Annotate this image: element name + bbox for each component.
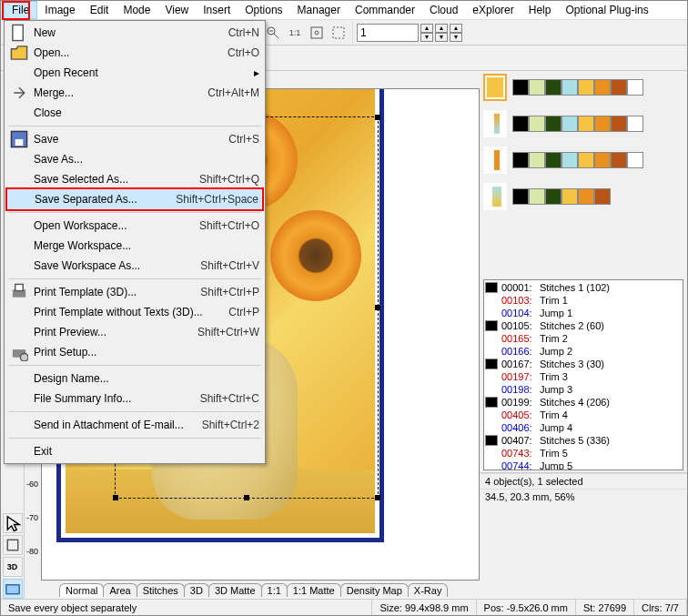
zoom-out-button[interactable] bbox=[263, 23, 283, 43]
color-swatch[interactable] bbox=[562, 152, 578, 168]
zoom-11-button[interactable]: 1:1 bbox=[285, 23, 305, 43]
mi-design-name[interactable]: Design Name... bbox=[6, 369, 263, 389]
mi-save[interactable]: SaveCtrl+S bbox=[6, 129, 263, 149]
stitch-entry[interactable]: 00198: Jump 3 bbox=[485, 383, 682, 396]
menu-mode[interactable]: Mode bbox=[116, 2, 157, 18]
mi-saveas[interactable]: Save As... bbox=[6, 149, 263, 169]
menu-file[interactable]: File bbox=[4, 1, 37, 19]
mi-save-workspace[interactable]: Save Workspace As...Shift+Ctrl+V bbox=[6, 256, 263, 276]
tab-density[interactable]: Density Map bbox=[340, 583, 409, 597]
mi-send-email[interactable]: Send in Attachment of E-mail...Shift+Ctr… bbox=[6, 415, 263, 435]
color-swatch[interactable] bbox=[627, 152, 643, 168]
color-swatch[interactable] bbox=[512, 79, 529, 96]
hand-tool[interactable] bbox=[3, 535, 23, 555]
tab-xray[interactable]: X-Ray bbox=[408, 583, 449, 597]
mi-save-selected[interactable]: Save Selected As...Shift+Ctrl+Q bbox=[6, 169, 263, 189]
color-swatch[interactable] bbox=[562, 188, 578, 205]
tab-normal[interactable]: Normal bbox=[59, 583, 104, 597]
color-swatch[interactable] bbox=[611, 116, 627, 132]
spinner2[interactable]: ▲▼ bbox=[435, 24, 448, 42]
stitch-entry[interactable]: 00407: Stitches 5 (336) bbox=[485, 434, 682, 447]
menu-insert[interactable]: Insert bbox=[196, 2, 238, 18]
spinner-up[interactable]: ▲ bbox=[420, 24, 433, 33]
tab-3dmatte[interactable]: 3D Matte bbox=[208, 583, 262, 597]
color-swatch[interactable] bbox=[562, 116, 578, 132]
menu-cloud[interactable]: Cloud bbox=[422, 2, 465, 18]
mi-close[interactable]: Close bbox=[6, 103, 263, 123]
stitch-entry[interactable]: 00105: Stitches 2 (60) bbox=[485, 319, 682, 332]
menu-manager[interactable]: Manager bbox=[290, 2, 348, 18]
menu-explorer[interactable]: eXplorer bbox=[465, 2, 521, 18]
thumb-row-0[interactable] bbox=[480, 72, 687, 103]
color-swatch[interactable] bbox=[512, 152, 529, 168]
stitches-list[interactable]: 00001: Stitches 1 (102)00103: Trim 10010… bbox=[483, 279, 683, 470]
color-swatch[interactable] bbox=[594, 188, 611, 205]
color-swatch[interactable] bbox=[627, 116, 643, 132]
color-swatch[interactable] bbox=[545, 116, 562, 132]
tab-11matte[interactable]: 1:1 Matte bbox=[287, 583, 341, 597]
stitch-entry[interactable]: 00001: Stitches 1 (102) bbox=[485, 281, 682, 294]
thumbnail-3[interactable] bbox=[483, 183, 507, 210]
color-swatch[interactable] bbox=[529, 152, 545, 168]
mi-file-summary[interactable]: File Summary Info...Shift+Ctrl+C bbox=[6, 389, 263, 409]
color-swatch[interactable] bbox=[627, 79, 643, 96]
mi-save-separated[interactable]: Save Separated As...Shift+Ctrl+Space bbox=[7, 189, 262, 209]
stitch-entry[interactable]: 00167: Stitches 3 (30) bbox=[485, 358, 682, 370]
mi-open[interactable]: Open...Ctrl+O bbox=[6, 43, 263, 63]
color-swatch[interactable] bbox=[545, 79, 562, 96]
color-swatch[interactable] bbox=[529, 79, 545, 96]
color-swatch[interactable] bbox=[594, 152, 611, 168]
color-swatch[interactable] bbox=[594, 79, 611, 96]
color-swatch[interactable] bbox=[578, 116, 594, 132]
stitch-entry[interactable]: 00744: Jump 5 bbox=[485, 459, 682, 470]
stitch-entry[interactable]: 00104: Jump 1 bbox=[485, 307, 682, 319]
mi-exit[interactable]: Exit bbox=[6, 441, 263, 461]
mi-print-preview[interactable]: Print Preview...Shift+Ctrl+W bbox=[6, 322, 263, 342]
color-swatch[interactable] bbox=[578, 79, 594, 96]
stitch-entry[interactable]: 00405: Trim 4 bbox=[485, 409, 682, 421]
mi-open-recent[interactable]: Open Recent▸ bbox=[6, 63, 263, 83]
mi-print-template[interactable]: Print Template (3D)...Shift+Ctrl+P bbox=[6, 282, 263, 302]
menu-commander[interactable]: Commander bbox=[348, 2, 422, 18]
stitch-entry[interactable]: 00743: Trim 5 bbox=[485, 447, 682, 459]
tab-stitches[interactable]: Stitches bbox=[137, 583, 185, 597]
thumb-row-1[interactable] bbox=[480, 108, 687, 139]
menu-view[interactable]: View bbox=[157, 2, 196, 18]
mi-new[interactable]: NewCtrl+N bbox=[6, 23, 263, 43]
menu-options[interactable]: Options bbox=[238, 2, 289, 18]
3d-tool[interactable]: 3D bbox=[3, 557, 23, 577]
spinner[interactable]: ▲▼ bbox=[420, 24, 433, 42]
zoom-fit-button[interactable] bbox=[307, 23, 327, 43]
color-swatch[interactable] bbox=[578, 188, 594, 205]
stitch-entry[interactable]: 00103: Trim 1 bbox=[485, 294, 682, 307]
mi-merge[interactable]: Merge...Ctrl+Alt+M bbox=[6, 83, 263, 103]
thumb-row-2[interactable] bbox=[480, 145, 687, 176]
zoom-sel-button[interactable] bbox=[329, 23, 349, 43]
tab-11[interactable]: 1:1 bbox=[261, 583, 288, 597]
menu-edit[interactable]: Edit bbox=[83, 2, 116, 18]
stitch-entry[interactable]: 00165: Trim 2 bbox=[485, 332, 682, 345]
mi-print-notext[interactable]: Print Template without Texts (3D)...Ctrl… bbox=[6, 302, 263, 322]
tab-3d[interactable]: 3D bbox=[184, 583, 209, 597]
color-swatch[interactable] bbox=[545, 188, 562, 205]
color-swatch[interactable] bbox=[545, 152, 562, 168]
stitch-entry[interactable]: 00197: Trim 3 bbox=[485, 370, 682, 383]
stitch-entry[interactable]: 00406: Jump 4 bbox=[485, 421, 682, 434]
thumbnail-0[interactable] bbox=[483, 74, 507, 101]
menu-image[interactable]: Image bbox=[37, 2, 82, 18]
spinner3[interactable]: ▲▼ bbox=[450, 24, 462, 42]
layer-tool[interactable] bbox=[3, 579, 23, 599]
menu-plugins[interactable]: Optional Plug-ins bbox=[558, 2, 655, 18]
color-swatch[interactable] bbox=[611, 152, 627, 168]
color-swatch[interactable] bbox=[529, 116, 545, 132]
color-swatch[interactable] bbox=[512, 188, 529, 205]
toolbar-input[interactable] bbox=[357, 24, 419, 42]
stitch-entry[interactable]: 00199: Stitches 4 (206) bbox=[485, 396, 682, 409]
color-swatch[interactable] bbox=[611, 79, 627, 96]
mi-print-setup[interactable]: Print Setup... bbox=[6, 342, 263, 362]
menu-help[interactable]: Help bbox=[521, 2, 559, 18]
thumb-row-3[interactable] bbox=[480, 181, 687, 212]
color-swatch[interactable] bbox=[578, 152, 594, 168]
stitch-entry[interactable]: 00166: Jump 2 bbox=[485, 345, 682, 358]
spinner-down[interactable]: ▼ bbox=[420, 33, 433, 42]
